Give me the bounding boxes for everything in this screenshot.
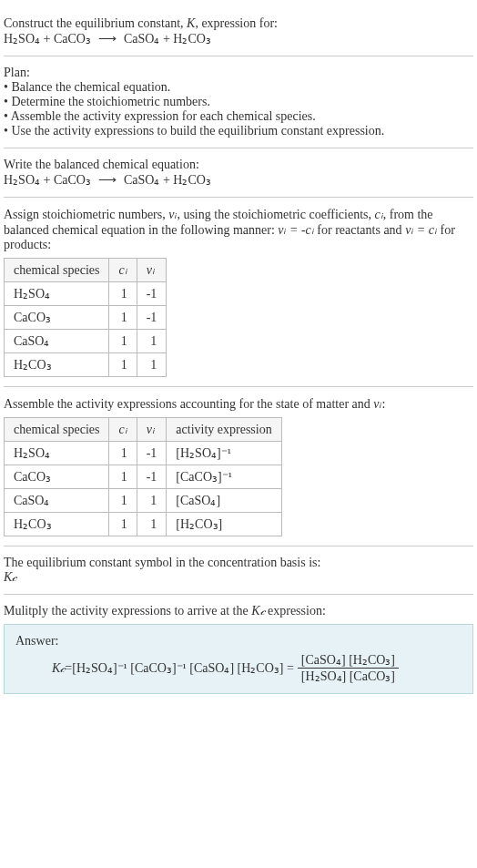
cell-species: CaCO₃ (5, 306, 109, 330)
product-2: H₂CO₃ (173, 32, 211, 46)
plan-item: Use the activity expressions to build th… (4, 124, 473, 138)
cell-nu: 1 (137, 330, 167, 353)
col-nu: νᵢ (137, 259, 167, 282)
rule-1: νᵢ = -cᵢ (278, 223, 314, 237)
col-ci: cᵢ (109, 259, 137, 282)
activity-intro: Assemble the activity expressions accoun… (4, 396, 473, 412)
plan-item: Balance the chemical equation. (4, 80, 473, 95)
cell-nu: -1 (137, 442, 167, 465)
fraction: [CaSO₄] [H₂CO₃] [H₂SO₄] [CaCO₃] (298, 652, 399, 684)
answer-label: Answer: (15, 634, 462, 648)
col-nu: νᵢ (137, 418, 167, 442)
equals-1: = (65, 661, 72, 676)
arrow-icon: ⟶ (98, 31, 117, 46)
cell-nu: -1 (137, 306, 167, 330)
cell-nu: -1 (137, 465, 167, 489)
cell-c: 1 (109, 306, 137, 330)
cell-c: 1 (109, 465, 137, 489)
cell-expr: [CaCO₃]⁻¹ (167, 465, 281, 489)
col-species: chemical species (5, 259, 109, 282)
cell-species: H₂SO₄ (5, 442, 109, 465)
cell-expr: [H₂SO₄]⁻¹ (167, 442, 281, 465)
cell-nu: -1 (137, 282, 167, 306)
cell-c: 1 (109, 330, 137, 353)
header-section: Construct the equilibrium constant, K, e… (4, 7, 473, 56)
cell-species: CaSO₄ (5, 489, 109, 513)
activity-table: chemical species cᵢ νᵢ activity expressi… (4, 417, 282, 536)
balanced-title: Write the balanced chemical equation: (4, 158, 473, 172)
cell-species: CaCO₃ (5, 465, 109, 489)
cell-expr: [CaSO₄] (167, 489, 281, 513)
multiply-section: Mulitply the activity expressions to arr… (4, 595, 473, 703)
table-row: H₂CO₃ 1 1 [H₂CO₃] (5, 513, 282, 536)
plus-2: + (159, 32, 173, 46)
balanced-section: Write the balanced chemical equation: H₂… (4, 148, 473, 198)
activity-section: Assemble the activity expressions accoun… (4, 387, 473, 546)
plus-2: + (159, 173, 173, 187)
multiply-line: Mulitply the activity expressions to arr… (4, 604, 473, 618)
product-2: H₂CO₃ (173, 173, 211, 187)
table-row: H₂SO₄ 1 -1 [H₂SO₄]⁻¹ (5, 442, 282, 465)
cell-c: 1 (109, 282, 137, 306)
stoich-text-1: Assign stoichiometric numbers, (4, 208, 168, 221)
stoich-text-4: for reactants and (314, 223, 405, 237)
table-row: CaCO₃ 1 -1 (5, 306, 167, 330)
stoich-section: Assign stoichiometric numbers, νᵢ, using… (4, 198, 473, 387)
table-row: H₂SO₄ 1 -1 (5, 282, 167, 306)
ci-var: cᵢ (375, 208, 383, 221)
numerator: [CaSO₄] [H₂CO₃] (298, 652, 399, 669)
stoich-text-2: , using the stoichiometric coefficients, (177, 208, 374, 221)
table-row: CaSO₄ 1 1 [CaSO₄] (5, 489, 282, 513)
symbol-text: The equilibrium constant symbol in the c… (4, 556, 473, 570)
cell-c: 1 (109, 489, 137, 513)
cell-species: H₂SO₄ (5, 282, 109, 306)
col-species: chemical species (5, 418, 109, 442)
nu-var: νᵢ (373, 397, 381, 411)
cell-c: 1 (109, 442, 137, 465)
plan-title: Plan: (4, 66, 473, 80)
plus-1: + (40, 173, 54, 187)
stoich-table: chemical species cᵢ νᵢ H₂SO₄ 1 -1 CaCO₃ … (4, 258, 167, 377)
cell-nu: 1 (137, 513, 167, 536)
denominator: [H₂SO₄] [CaCO₃] (298, 669, 399, 684)
cell-expr: [H₂CO₃] (167, 513, 281, 536)
symbol-section: The equilibrium constant symbol in the c… (4, 546, 473, 595)
col-ci: cᵢ (109, 418, 137, 442)
header-line: Construct the equilibrium constant, K, e… (4, 16, 473, 31)
product-1: CaSO₄ (124, 173, 159, 187)
plan-list: Balance the chemical equation. Determine… (4, 80, 473, 138)
cell-species: CaSO₄ (5, 330, 109, 353)
product-1: CaSO₄ (124, 32, 159, 46)
cell-c: 1 (109, 353, 137, 377)
reactant-1: H₂SO₄ (4, 173, 40, 187)
activity-text-1: Assemble the activity expressions accoun… (4, 397, 373, 411)
header-text-2: , expression for: (195, 16, 278, 30)
kc-lhs: K𝒸 (52, 661, 65, 676)
reactant-2: CaCO₃ (54, 173, 91, 187)
k-variable: K (187, 16, 195, 30)
kc-symbol: K𝒸 (4, 570, 473, 585)
answer-box: Answer: K𝒸 = [H₂SO₄]⁻¹ [CaCO₃]⁻¹ [CaSO₄]… (4, 624, 473, 694)
stoich-intro: Assign stoichiometric numbers, νᵢ, using… (4, 207, 473, 252)
cell-species: H₂CO₃ (5, 353, 109, 377)
terms: [H₂SO₄]⁻¹ [CaCO₃]⁻¹ [CaSO₄] [H₂CO₃] = (72, 660, 294, 676)
table-row: H₂CO₃ 1 1 (5, 353, 167, 377)
multiply-text-2: expression: (265, 604, 326, 618)
reactant-1: H₂SO₄ (4, 32, 40, 46)
table-row: CaSO₄ 1 1 (5, 330, 167, 353)
balanced-equation: H₂SO₄ + CaCO₃⟶CaSO₄ + H₂CO₃ (4, 172, 473, 188)
cell-nu: 1 (137, 489, 167, 513)
table-row: CaCO₃ 1 -1 [CaCO₃]⁻¹ (5, 465, 282, 489)
cell-c: 1 (109, 513, 137, 536)
arrow-icon: ⟶ (98, 172, 117, 188)
cell-nu: 1 (137, 353, 167, 377)
cell-species: H₂CO₃ (5, 513, 109, 536)
reactant-2: CaCO₃ (54, 32, 91, 46)
col-expr: activity expression (167, 418, 281, 442)
header-text-1: Construct the equilibrium constant, (4, 16, 187, 30)
multiply-text-1: Mulitply the activity expressions to arr… (4, 604, 251, 618)
plan-item: Assemble the activity expression for eac… (4, 109, 473, 124)
activity-text-2: : (382, 397, 386, 411)
reaction-equation: H₂SO₄ + CaCO₃⟶CaSO₄ + H₂CO₃ (4, 31, 473, 46)
table-header-row: chemical species cᵢ νᵢ (5, 259, 167, 282)
